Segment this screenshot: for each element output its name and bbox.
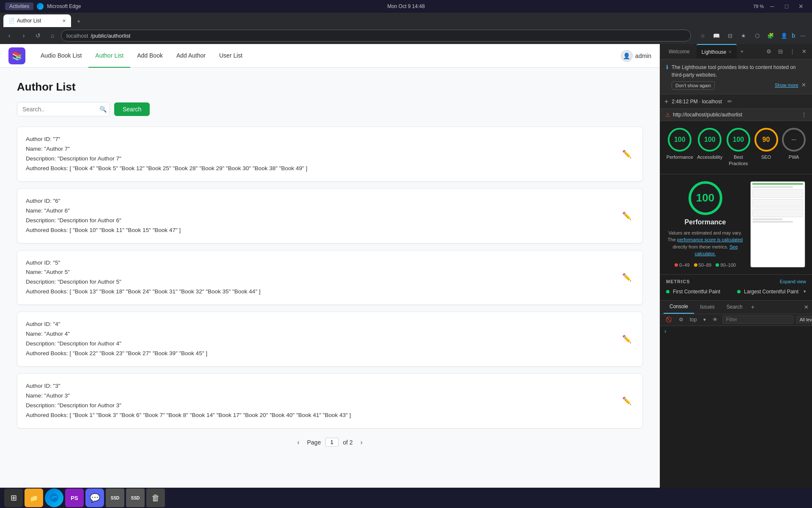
devtools-more-btn[interactable]: ⋮ <box>787 47 797 56</box>
console-prompt[interactable]: › <box>664 328 667 334</box>
lighthouse-url-menu-btn[interactable]: ⋮ <box>801 111 807 118</box>
split-btn[interactable]: ⊟ <box>724 30 736 41</box>
taskbar-ssd2-btn[interactable]: SSD <box>126 489 145 507</box>
profile-btn[interactable]: 👤 <box>778 30 790 41</box>
star-btn[interactable]: ☆ <box>697 30 709 41</box>
show-more-link[interactable]: Show more <box>775 83 798 88</box>
author-books-3: Authored Books: [ "Book 1" "Book 3" "Boo… <box>26 411 620 420</box>
console-tab-search[interactable]: Search <box>721 301 749 314</box>
edge-profile-icon[interactable]: b <box>792 32 795 39</box>
devtools-dock-btn[interactable]: ⊟ <box>776 47 785 56</box>
more-btn[interactable]: ⋯ <box>797 30 809 41</box>
reading-btn[interactable]: 📖 <box>710 30 722 41</box>
new-tab-btn[interactable]: + <box>73 15 85 27</box>
perf-title: Performance <box>685 218 726 226</box>
maximize-btn[interactable]: □ <box>781 0 793 12</box>
nav-user-list[interactable]: User List <box>212 44 249 68</box>
taskbar-files-btn[interactable]: 📁 <box>25 489 43 507</box>
error-icon: ⚠ <box>665 112 670 118</box>
author-books-7: Authored Books: [ "Book 4" "Book 5" "Boo… <box>26 164 620 174</box>
taskbar-phpstorm-btn[interactable]: PS <box>65 489 84 507</box>
author-card-5: Author ID: "5" Name: "Author 5" Descript… <box>17 250 643 305</box>
expand-view-btn[interactable]: Expand view <box>780 279 806 284</box>
admin-area[interactable]: 👤 admin <box>621 50 651 62</box>
perf-left: 100 Performance Values are estimated and… <box>667 181 743 268</box>
author-id-6: Author ID: "6" <box>26 196 620 206</box>
taskbar-edge-btn[interactable] <box>45 489 63 507</box>
console-context-btn[interactable]: ▾ <box>701 316 708 323</box>
of-label: of 2 <box>343 439 353 446</box>
taskbar-grid-btn[interactable]: ⊞ <box>4 489 23 507</box>
screenshot-card-3 <box>752 209 803 217</box>
console-close-btn[interactable]: ✕ <box>804 304 809 310</box>
lighthouse-add-btn[interactable]: + <box>664 98 668 105</box>
author-id-4: Author ID: "4" <box>26 320 620 329</box>
nav-links: Audio Book List Author List Add Book Add… <box>34 44 621 68</box>
metric-expand-arrow[interactable]: ▾ <box>804 289 806 294</box>
devtools-settings-btn[interactable]: ⚙ <box>764 47 774 56</box>
nav-add-book[interactable]: Add Book <box>130 44 170 68</box>
dont-show-again-btn[interactable]: Don't show again <box>672 81 715 90</box>
banner-close-btn[interactable]: ✕ <box>801 82 806 88</box>
devtools-header: Welcome Lighthouse ✕ + ⚙ ⊟ ⋮ ✕ <box>660 44 812 59</box>
console-filter-btn[interactable]: ⚙ <box>677 316 686 323</box>
collections-btn[interactable]: ⬡ <box>751 30 763 41</box>
edit-author-6-btn[interactable]: ✏️ <box>620 209 634 223</box>
nav-add-author[interactable]: Add Author <box>170 44 212 68</box>
search-input[interactable] <box>17 102 110 116</box>
page-content: Author List 🔍 Search Author ID: "7" Name… <box>0 68 660 491</box>
console-add-tab-btn[interactable]: + <box>749 304 757 310</box>
devtools-close-btn[interactable]: ✕ <box>800 47 809 56</box>
next-page-btn[interactable]: › <box>357 437 366 448</box>
devtools-add-tab-btn[interactable]: + <box>738 47 746 56</box>
favorites-btn[interactable]: ★ <box>738 30 749 41</box>
browser-tab-active[interactable]: 📄 Author List ✕ <box>3 14 71 27</box>
devtools-tab-lighthouse[interactable]: Lighthouse ✕ <box>697 44 737 59</box>
nav-author-list[interactable]: Author List <box>88 44 130 68</box>
lighthouse-tab-close[interactable]: ✕ <box>728 50 732 54</box>
home-btn[interactable]: ⌂ <box>47 30 58 41</box>
perf-calc-link[interactable]: See calculator. <box>695 244 738 257</box>
console-toolbar: 🚫 ⚙ top ▾ 👁 All levels 4 ⚙ <box>660 314 812 326</box>
tab-bar: 📄 Author List ✕ + <box>0 13 812 27</box>
nav-audio-book-list[interactable]: Audio Book List <box>34 44 88 68</box>
perf-score-link[interactable]: performance score is calculated <box>677 237 743 242</box>
legend-orange: 50–89 <box>694 262 712 268</box>
console-tab-console[interactable]: Console <box>664 301 694 314</box>
page-number-input[interactable] <box>325 438 339 447</box>
edit-author-4-btn[interactable]: ✏️ <box>620 332 634 346</box>
perf-note: Values are estimated and may vary. The p… <box>667 229 743 257</box>
close-btn[interactable]: ✕ <box>795 0 807 12</box>
minimize-btn[interactable]: ─ <box>766 0 778 12</box>
forward-btn[interactable]: › <box>18 30 30 41</box>
author-card-6: Author ID: "6" Name: "Author 6" Descript… <box>17 188 643 243</box>
console-tab-issues[interactable]: Issues <box>694 301 721 314</box>
search-button[interactable]: Search <box>114 102 150 116</box>
url-protocol: localhost <box>66 33 88 39</box>
accessibility-circle: 100 <box>698 128 721 152</box>
tab-close-btn[interactable]: ✕ <box>62 18 66 24</box>
taskbar-trash-btn[interactable]: 🗑 <box>146 489 165 507</box>
prev-page-btn[interactable]: ‹ <box>294 437 303 448</box>
edit-author-5-btn[interactable]: ✏️ <box>620 270 634 284</box>
edit-author-3-btn[interactable]: ✏️ <box>620 394 634 408</box>
console-level-select[interactable]: All levels <box>796 316 812 323</box>
taskbar-ssd1-btn[interactable]: SSD <box>106 489 124 507</box>
console-eye-btn[interactable]: 👁 <box>710 316 720 323</box>
taskbar-discord-btn[interactable]: 💬 <box>85 489 104 507</box>
address-bar[interactable]: localhost /public/authorlist <box>61 30 691 41</box>
edit-author-7-btn[interactable]: ✏️ <box>620 147 634 161</box>
refresh-btn[interactable]: ↺ <box>32 30 44 41</box>
search-icon-btn[interactable]: 🔍 <box>99 106 107 113</box>
back-btn[interactable]: ‹ <box>3 30 15 41</box>
performance-label: Performance <box>667 154 693 160</box>
activities-label[interactable]: Activities <box>5 3 33 10</box>
devtools-tab-welcome[interactable]: Welcome <box>664 44 695 59</box>
console-clear-btn[interactable]: 🚫 <box>664 316 674 323</box>
lighthouse-edit-btn[interactable]: ✏ <box>725 97 734 106</box>
metrics-title: METRICS <box>666 279 690 284</box>
devtools-header-right: ⚙ ⊟ ⋮ ✕ <box>764 47 809 56</box>
author-desc-5: Description: "Description for Author 5" <box>26 277 620 287</box>
console-filter-input[interactable] <box>722 315 793 324</box>
extensions-btn[interactable]: 🧩 <box>765 30 776 41</box>
